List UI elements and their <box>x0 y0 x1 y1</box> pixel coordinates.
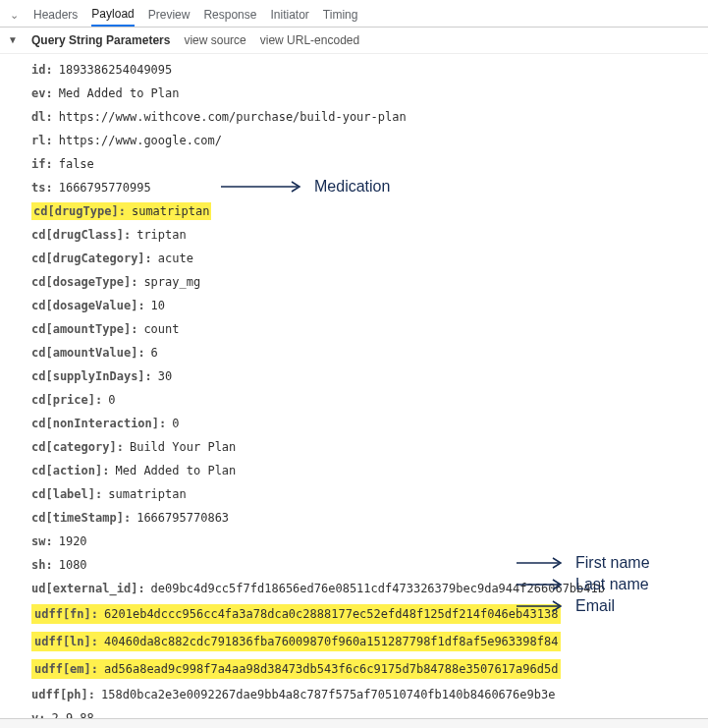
param-value: 0 <box>172 415 179 432</box>
param-key: id <box>31 61 53 79</box>
param-value: 40460da8c882cdc791836fba76009870f960a151… <box>104 633 558 650</box>
param-key: udff[ph] <box>31 686 95 703</box>
param-key: udff[ln] <box>34 633 98 650</box>
collapse-caret-icon[interactable]: ⌄ <box>8 9 20 22</box>
param-row: evMed Added to Plan <box>31 82 708 105</box>
param-value: triptan <box>136 226 187 244</box>
param-key: cd[drugType] <box>33 204 126 218</box>
param-value: 1080 <box>59 556 87 574</box>
param-key: rl <box>31 132 53 149</box>
param-value: ad56a8ead9c998f7a4aa98d38473db543f6c6c91… <box>104 660 558 678</box>
param-key: cd[dosageValue] <box>31 297 145 314</box>
param-row: iffalse <box>31 152 708 176</box>
param-key: cd[supplyInDays] <box>31 367 152 385</box>
param-row: rlhttps://www.google.com/ <box>31 129 708 152</box>
param-row: cd[amountType]count <box>31 317 708 341</box>
param-key: cd[timeStamp] <box>31 509 131 527</box>
param-key: sw <box>31 532 53 550</box>
param-row: cd[amountValue]6 <box>31 341 708 364</box>
param-value: Build Your Plan <box>130 438 236 456</box>
param-key: cd[dosageType] <box>31 273 137 291</box>
param-key: cd[action] <box>31 462 109 479</box>
param-key: cd[amountType] <box>31 320 137 338</box>
query-string-params-list: id1893386254049095evMed Added to Plandlh… <box>0 54 708 728</box>
param-key: sh <box>31 556 53 574</box>
param-key: cd[drugCategory] <box>31 250 152 267</box>
tab-response[interactable]: Response <box>203 4 256 26</box>
param-value: https://www.withcove.com/purchase/build-… <box>59 108 407 126</box>
param-row: cd[supplyInDays]30 <box>31 364 708 388</box>
param-row: cd[label]sumatriptan <box>31 482 708 506</box>
param-key: cd[category] <box>31 438 124 456</box>
param-row: cd[price]0 <box>31 388 708 412</box>
section-caret-icon[interactable]: ▼ <box>8 34 18 45</box>
param-key: ts <box>31 179 53 196</box>
param-value: 1666795770863 <box>136 509 229 527</box>
param-key: dl <box>31 108 53 126</box>
highlight: udff[ln]40460da8c882cdc791836fba76009870… <box>31 632 561 651</box>
param-value: Med Added to Plan <box>115 462 236 479</box>
param-key: if <box>31 155 53 173</box>
param-value: https://www.google.com/ <box>59 132 222 149</box>
param-row: cd[dosageValue]10 <box>31 294 708 317</box>
param-key: cd[label] <box>31 485 102 503</box>
view-url-encoded-link[interactable]: view URL-encoded <box>260 33 359 47</box>
highlight: cd[drugType]sumatriptan <box>31 202 211 220</box>
param-row: ud[external_id]de09bc4d9cc5f7fd18656ed76… <box>31 577 708 600</box>
param-value: 158d0bca2e3e0092267dae9bb4a8c787f575af70… <box>101 686 555 703</box>
param-row: cd[drugClass]triptan <box>31 223 708 247</box>
tab-timing[interactable]: Timing <box>323 4 358 26</box>
param-row: id1893386254049095 <box>31 58 708 82</box>
view-source-link[interactable]: view source <box>184 33 245 47</box>
param-row: cd[nonInteraction]0 <box>31 412 708 435</box>
param-key: cd[price] <box>31 391 102 409</box>
param-row: udff[fn]6201eb4dccc956cc4fa3a78dca0c2888… <box>31 600 708 628</box>
param-value: 6 <box>151 344 158 362</box>
tab-initiator[interactable]: Initiator <box>270 4 308 26</box>
param-value: false <box>59 155 94 173</box>
param-row: sh1080 <box>31 553 708 577</box>
footer-bar <box>0 718 708 728</box>
param-value: 10 <box>151 297 165 314</box>
param-key: cd[nonInteraction] <box>31 415 166 432</box>
param-value: Med Added to Plan <box>59 84 180 102</box>
highlight: udff[fn]6201eb4dccc956cc4fa3a78dca0c2888… <box>31 604 561 624</box>
param-row: cd[drugCategory]acute <box>31 247 708 270</box>
param-row: cd[action]Med Added to Plan <box>31 459 708 482</box>
param-row: udff[ln]40460da8c882cdc791836fba76009870… <box>31 628 708 655</box>
tab-headers[interactable]: Headers <box>33 4 78 26</box>
param-value: spray_mg <box>143 273 200 291</box>
query-string-section-header: ▼ Query String Parameters view source vi… <box>0 28 708 54</box>
param-value: 1920 <box>59 532 87 550</box>
param-row: sw1920 <box>31 530 708 553</box>
devtools-tab-strip: ⌄ Headers Payload Preview Response Initi… <box>0 0 708 28</box>
param-value: 6201eb4dccc956cc4fa3a78dca0c2888177ec52e… <box>104 605 558 623</box>
section-title: Query String Parameters <box>31 33 170 47</box>
param-key: cd[amountValue] <box>31 344 145 362</box>
highlight: udff[em]ad56a8ead9c998f7a4aa98d38473db54… <box>31 659 561 679</box>
param-value: 1666795770995 <box>59 179 151 196</box>
param-key: cd[drugClass] <box>31 226 131 244</box>
param-row: ts1666795770995 <box>31 176 708 199</box>
param-value: count <box>143 320 179 338</box>
param-value: sumatriptan <box>108 485 186 503</box>
param-row: cd[dosageType]spray_mg <box>31 270 708 294</box>
param-row: cd[category]Build Your Plan <box>31 435 708 459</box>
param-row: dlhttps://www.withcove.com/purchase/buil… <box>31 105 708 129</box>
param-key: ud[external_id] <box>31 580 145 597</box>
param-value: 0 <box>108 391 115 409</box>
param-key: ev <box>31 84 53 102</box>
tab-payload[interactable]: Payload <box>91 3 134 27</box>
param-row: cd[timeStamp]1666795770863 <box>31 506 708 530</box>
param-key: udff[em] <box>34 660 98 678</box>
param-key: udff[fn] <box>34 605 98 623</box>
param-value: 1893386254049095 <box>59 61 173 79</box>
param-value: acute <box>158 250 193 267</box>
param-value: sumatriptan <box>132 204 209 218</box>
param-row: udff[ph]158d0bca2e3e0092267dae9bb4a8c787… <box>31 683 708 706</box>
param-row: cd[drugType]sumatriptan <box>31 199 708 223</box>
param-row: udff[em]ad56a8ead9c998f7a4aa98d38473db54… <box>31 655 708 683</box>
param-value: de09bc4d9cc5f7fd18656ed76e08511cdf473326… <box>151 580 605 597</box>
param-value: 30 <box>158 367 172 385</box>
tab-preview[interactable]: Preview <box>148 4 191 26</box>
